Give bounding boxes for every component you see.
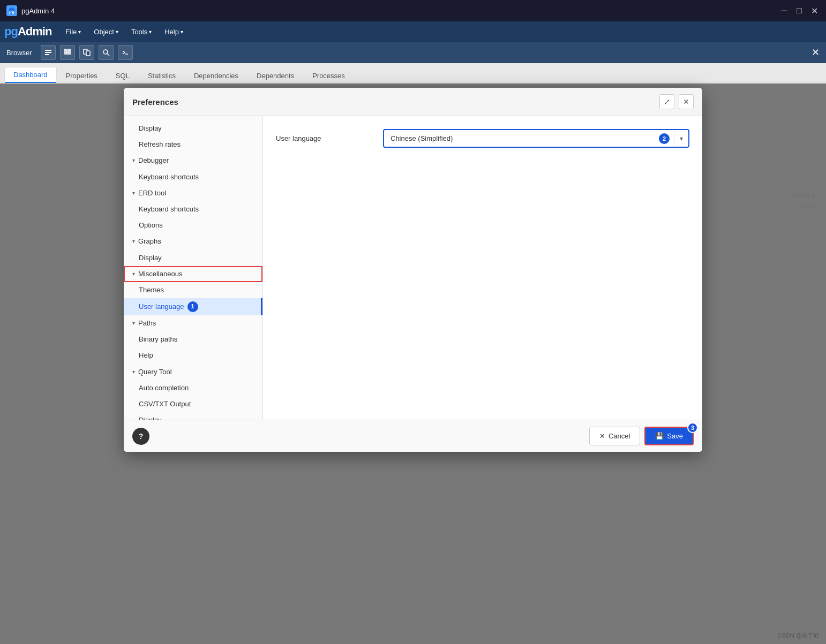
sidebar-item-graphs[interactable]: ▾ Graphs <box>124 233 262 249</box>
terminal-button[interactable] <box>118 45 133 60</box>
query-tool-label: Query Tool <box>138 367 172 377</box>
menu-help[interactable]: Help ▾ <box>159 26 189 38</box>
tab-dependents[interactable]: Dependents <box>247 68 303 83</box>
tab-processes[interactable]: Processes <box>303 68 354 83</box>
object-arrow: ▾ <box>116 29 118 35</box>
title-bar: pg pgAdmin 4 ─ □ ✕ <box>0 0 826 21</box>
tab-sql[interactable]: SQL <box>107 68 139 83</box>
sidebar-item-user-language[interactable]: User language 1 <box>124 298 262 315</box>
tab-dashboard[interactable]: Dashboard <box>4 67 57 83</box>
svg-rect-6 <box>65 50 67 51</box>
menu-file[interactable]: File ▾ <box>60 26 86 38</box>
sidebar-item-debugger-kbd[interactable]: Keyboard shortcuts <box>124 169 262 185</box>
misc-chevron-icon: ▾ <box>132 270 135 278</box>
badge-2: 2 <box>659 133 670 144</box>
file-arrow: ▾ <box>78 29 81 35</box>
browser-tool-1[interactable] <box>41 45 56 60</box>
user-language-control-wrapper: Chinese (Simplified) 2 ▾ <box>383 129 689 148</box>
select-dropdown-arrow[interactable]: ▾ <box>674 131 688 147</box>
preferences-sidebar: Display Refresh rates ▾ Debugger Keyboar… <box>124 116 263 420</box>
sidebar-item-themes[interactable]: Themes <box>124 282 262 298</box>
themes-label: Themes <box>139 285 164 295</box>
sidebar-item-erd-tool[interactable]: ▾ ERD tool <box>124 185 262 201</box>
save-disk-icon: 💾 <box>655 432 664 440</box>
close-window-button[interactable]: ✕ <box>809 5 820 16</box>
sidebar-item-binary-paths[interactable]: Binary paths <box>124 331 262 347</box>
refresh-rates-label: Refresh rates <box>139 140 181 149</box>
svg-rect-3 <box>45 52 51 53</box>
close-dialog-button[interactable]: ✕ <box>679 94 694 109</box>
dialog-title: Preferences <box>132 97 659 107</box>
csv-output-label: CSV/TXT Output <box>139 399 191 409</box>
browser-close-button[interactable]: ✕ <box>812 47 820 58</box>
sidebar-item-erd-kbd[interactable]: Keyboard shortcuts <box>124 201 262 217</box>
menu-bar: pgAdmin File ▾ Object ▾ Tools ▾ Help ▾ <box>0 21 826 42</box>
tab-properties[interactable]: Properties <box>57 68 107 83</box>
graphs-chevron-icon: ▾ <box>132 238 135 245</box>
app-icon: pg <box>6 5 17 16</box>
help-arrow: ▾ <box>181 29 183 35</box>
badge-3: 3 <box>687 422 698 433</box>
browser-label: Browser <box>6 49 32 57</box>
tab-statistics[interactable]: Statistics <box>139 68 185 83</box>
sidebar-item-display[interactable]: Display <box>124 120 262 137</box>
svg-rect-10 <box>86 51 90 56</box>
tabs-row: Dashboard Properties SQL Statistics Depe… <box>0 63 826 84</box>
svg-text:pg: pg <box>9 9 14 14</box>
sidebar-item-query-display[interactable]: Display <box>124 412 262 420</box>
search-button[interactable] <box>99 45 114 60</box>
svg-line-12 <box>107 54 109 56</box>
dialog-header: Preferences ⤢ ✕ <box>124 88 702 116</box>
user-language-select[interactable]: Chinese (Simplified) 2 ▾ <box>383 129 689 148</box>
browser-tool-2[interactable] <box>60 45 75 60</box>
sidebar-item-miscellaneous[interactable]: ▾ Miscellaneous <box>124 266 262 282</box>
user-language-label: User language <box>139 302 184 312</box>
badge-1: 1 <box>187 301 198 312</box>
sidebar-item-refresh-rates[interactable]: Refresh rates <box>124 137 262 153</box>
paths-label: Paths <box>138 319 156 328</box>
debugger-kbd-label: Keyboard shortcuts <box>139 172 199 182</box>
display-label: Display <box>139 124 162 133</box>
sidebar-item-auto-completion[interactable]: Auto completion <box>124 380 262 396</box>
paths-chevron-icon: ▾ <box>132 320 135 327</box>
preferences-main-panel: User language Chinese (Simplified) 2 ▾ <box>263 116 702 420</box>
menu-tools[interactable]: Tools ▾ <box>126 26 157 38</box>
expand-dialog-button[interactable]: ⤢ <box>659 94 674 109</box>
app-logo: pgAdmin <box>4 25 51 39</box>
sidebar-item-paths[interactable]: ▾ Paths <box>124 315 262 331</box>
maximize-button[interactable]: □ <box>794 5 805 16</box>
svg-rect-4 <box>45 54 49 55</box>
sidebar-item-csv-output[interactable]: CSV/TXT Output <box>124 396 262 412</box>
dialog-footer: ? ✕ Cancel 💾 Save 3 <box>124 420 702 452</box>
save-button[interactable]: 💾 Save 3 <box>644 427 694 445</box>
sidebar-item-erd-options[interactable]: Options <box>124 217 262 233</box>
debugger-label: Debugger <box>138 156 169 165</box>
dialog-body: Display Refresh rates ▾ Debugger Keyboar… <box>124 116 702 420</box>
preferences-dialog: Preferences ⤢ ✕ Display Refresh rates ▾ … <box>124 88 702 452</box>
sidebar-item-graphs-display[interactable]: Display <box>124 250 262 266</box>
menu-object[interactable]: Object ▾ <box>88 26 124 38</box>
minimize-button[interactable]: ─ <box>779 5 790 16</box>
sidebar-item-help[interactable]: Help <box>124 347 262 363</box>
window-controls: ─ □ ✕ <box>779 5 820 16</box>
svg-rect-8 <box>65 52 70 53</box>
svg-point-11 <box>103 50 108 54</box>
help-button[interactable]: ? <box>132 428 149 445</box>
binary-paths-label: Binary paths <box>139 335 177 344</box>
cancel-icon: ✕ <box>599 432 605 440</box>
erd-chevron-icon: ▾ <box>132 190 135 197</box>
erd-kbd-label: Keyboard shortcuts <box>139 204 199 214</box>
browser-tool-3[interactable] <box>79 45 94 60</box>
query-tool-chevron-icon: ▾ <box>132 368 135 376</box>
user-language-value: Chinese (Simplified) <box>384 130 655 147</box>
tab-dependencies[interactable]: Dependencies <box>185 68 247 83</box>
erd-tool-label: ERD tool <box>138 188 166 198</box>
sidebar-item-debugger[interactable]: ▾ Debugger <box>124 153 262 169</box>
debugger-chevron-icon: ▾ <box>132 157 135 164</box>
sidebar-item-query-tool[interactable]: ▾ Query Tool <box>124 364 262 380</box>
svg-rect-7 <box>68 50 70 51</box>
logo-pg: pg <box>4 25 18 38</box>
auto-completion-label: Auto completion <box>139 383 189 393</box>
svg-rect-2 <box>45 50 51 51</box>
cancel-button[interactable]: ✕ Cancel <box>589 427 640 445</box>
